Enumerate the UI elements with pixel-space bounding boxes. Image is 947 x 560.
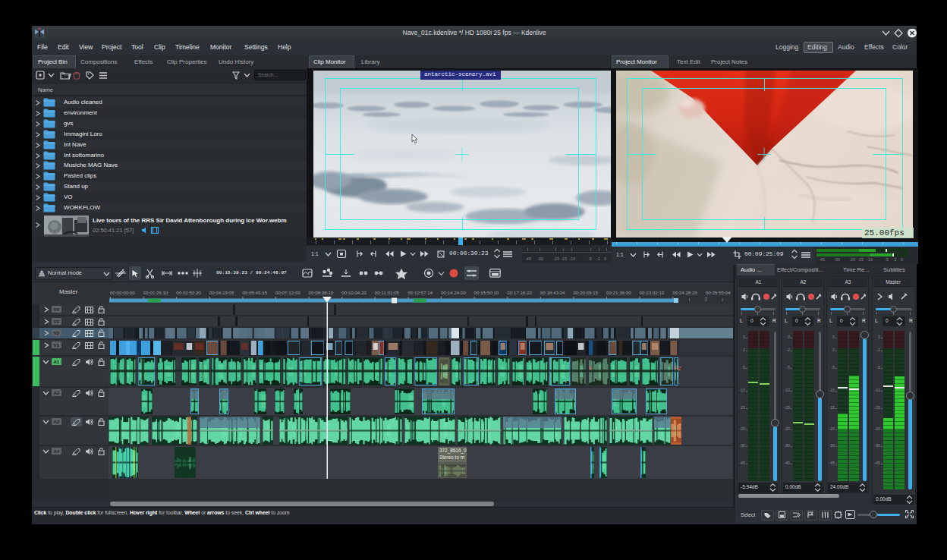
svg-text:00:15:50:10: 00:15:50:10 [474,290,499,295]
svg-text:00:20:09:15: 00:20:09:15 [573,290,598,295]
svg-text:00:14:24:00: 00:14:24:00 [441,290,466,295]
svg-text:00:05:45:15: 00:05:45:15 [242,290,267,295]
svg-text:00:10:04:20: 00:10:04:20 [341,290,367,295]
svg-text:Stereo to m: Stereo to m [439,455,464,460]
svg-text:00:00:00:00: 00:00:00:00 [110,290,135,295]
svg-text:00:23:02:10: 00:23:02:10 [640,290,665,295]
svg-text:00:25:55:04: 00:25:55:04 [706,290,731,295]
svg-text:00:12:57:14: 00:12:57:14 [407,290,433,295]
svg-text:00:18:43:04: 00:18:43:04 [540,290,565,295]
svg-text:00:08:38:10: 00:08:38:10 [309,290,334,295]
svg-text:372_8616_0: 372_8616_0 [439,448,467,454]
svg-text:00:24:28:20: 00:24:28:20 [672,290,697,295]
svg-text:FIZ: FIZ [674,366,681,371]
svg-text:00:17:16:20: 00:17:16:20 [507,290,532,295]
svg-text:00:02:52:20: 00:02:52:20 [176,290,201,295]
svg-text:00:21:36:00: 00:21:36:00 [606,290,631,295]
svg-text:V: V [589,366,593,371]
svg-text:00:04:19:05: 00:04:19:05 [209,290,234,295]
svg-text:00:11:31:05: 00:11:31:05 [375,290,400,295]
svg-text:00:01:26:10: 00:01:26:10 [143,290,168,295]
svg-text:00:07:12:00: 00:07:12:00 [275,290,300,295]
